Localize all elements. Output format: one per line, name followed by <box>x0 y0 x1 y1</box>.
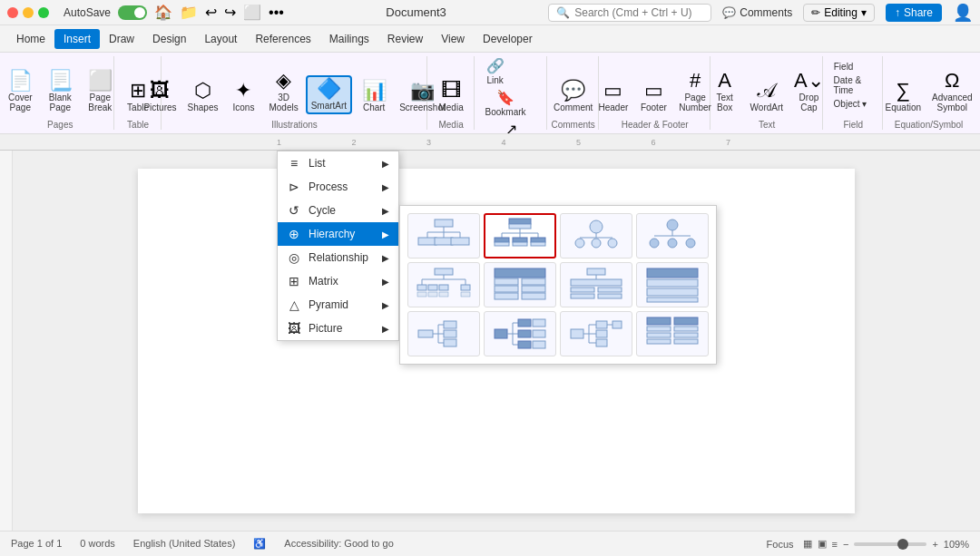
textbox-button[interactable]: A TextBox <box>707 69 743 114</box>
menu-item-pyramid[interactable]: △ Pyramid ▶ <box>278 293 398 317</box>
hierarchy-table[interactable] <box>560 262 632 307</box>
search-box[interactable]: 🔍 <box>548 4 711 22</box>
hierarchy-org-chart[interactable] <box>407 213 480 258</box>
zoom-in-button[interactable]: + <box>932 539 937 550</box>
editing-button[interactable]: ✏ Editing ▾ <box>803 4 875 22</box>
menu-draw[interactable]: Draw <box>100 29 143 49</box>
hierarchy-half-circle[interactable] <box>560 213 632 258</box>
save-icon[interactable]: 📁 <box>180 4 198 21</box>
maximize-button[interactable] <box>38 7 49 18</box>
zoom-slider[interactable] <box>854 542 926 546</box>
svg-point-26 <box>592 239 601 248</box>
menu-developer[interactable]: Developer <box>474 29 542 49</box>
smartart-menu: ≡ List ▶ ⊳ Process ▶ ↺ Cycle ▶ ⊕ Hierarc… <box>277 151 399 341</box>
search-input[interactable] <box>574 6 701 19</box>
hierarchy-horizontal-labeled[interactable] <box>484 311 556 356</box>
svg-rect-99 <box>647 333 671 337</box>
home-icon[interactable]: 🏠 <box>154 4 172 21</box>
layout-icon-3[interactable]: ≡ <box>832 539 838 550</box>
hierarchy-horizontal[interactable] <box>407 311 480 356</box>
svg-rect-97 <box>647 317 671 325</box>
menu-item-process[interactable]: ⊳ Process ▶ <box>278 175 398 199</box>
media-label: Media <box>438 102 463 112</box>
menu-item-matrix[interactable]: ⊞ Matrix ▶ <box>278 269 398 293</box>
hierarchy-list[interactable] <box>636 311 709 356</box>
menu-mailings[interactable]: Mailings <box>320 29 378 49</box>
minimize-button[interactable] <box>23 7 34 18</box>
svg-rect-103 <box>674 333 698 337</box>
pictures-button[interactable]: 🖼 Pictures <box>140 79 180 114</box>
profile-icon[interactable]: 👤 <box>953 3 973 23</box>
layout-icon-1[interactable]: ▦ <box>803 538 812 550</box>
hierarchy-hierarchy[interactable] <box>407 262 480 307</box>
menu-layout[interactable]: Layout <box>195 29 246 49</box>
advanced-symbol-button[interactable]: Ω AdvancedSymbol <box>928 69 975 114</box>
menu-item-hierarchy[interactable]: ⊕ Hierarchy ▶ <box>278 222 398 246</box>
chart-label: Chart <box>363 102 385 112</box>
share-button[interactable]: ↑ Share <box>886 4 942 22</box>
menu-references[interactable]: References <box>246 29 319 49</box>
pyramid-arrow-icon: ▶ <box>382 300 389 310</box>
menu-item-cycle[interactable]: ↺ Cycle ▶ <box>278 199 398 222</box>
zoom-slider-thumb <box>897 539 908 550</box>
blank-page-button[interactable]: 📃 BlankPage <box>42 69 78 114</box>
svg-rect-10 <box>509 224 531 229</box>
media-button[interactable]: 🎞 Media <box>433 79 469 114</box>
menu-insert[interactable]: Insert <box>54 29 100 49</box>
cross-reference-button[interactable]: ↗ Cross-reference <box>482 120 541 134</box>
hierarchy-name-title[interactable] <box>484 213 556 258</box>
header-button[interactable]: ▭ Header <box>595 79 632 114</box>
page-break-button[interactable]: ⬜ PageBreak <box>82 69 118 114</box>
chart-button[interactable]: 📊 Chart <box>356 79 392 114</box>
status-bar: Page 1 of 1 0 words English (United Stat… <box>0 531 980 556</box>
equation-button[interactable]: ∑ Equation <box>882 79 925 114</box>
menu-design[interactable]: Design <box>143 29 195 49</box>
wordart-button[interactable]: 𝒜 WordArt <box>747 79 788 114</box>
presentation-icon[interactable]: ⬜ <box>243 4 261 21</box>
dropcap-button[interactable]: A⌄ DropCap <box>790 69 828 114</box>
hierarchy-circle-picture[interactable] <box>636 213 709 258</box>
3d-models-button[interactable]: ◈ 3DModels <box>265 69 301 114</box>
undo-icon[interactable]: ↩ <box>205 4 217 21</box>
shapes-button[interactable]: ⬡ Shapes <box>184 79 222 114</box>
object-button[interactable]: Object ▾ <box>830 98 871 110</box>
focus-button[interactable]: Focus <box>767 539 794 550</box>
object-label: Object ▾ <box>834 99 867 109</box>
footer-button[interactable]: ▭ Footer <box>635 79 671 114</box>
svg-rect-34 <box>435 268 453 275</box>
menu-view[interactable]: View <box>432 29 474 49</box>
link-button[interactable]: 🔗 Link <box>482 56 509 86</box>
bookmark-button[interactable]: 🔖 Bookmark <box>482 88 530 118</box>
menu-item-relationship[interactable]: ◎ Relationship ▶ <box>278 246 398 269</box>
comments-button[interactable]: 💬 Comments <box>722 6 792 19</box>
ribbon-group-comments: 💬 Comment Comments <box>549 56 599 130</box>
hierarchy-architecture[interactable] <box>636 262 709 307</box>
page-break-icon: ⬜ <box>88 71 113 91</box>
autosave-toggle[interactable] <box>118 5 147 20</box>
window-controls <box>7 7 49 18</box>
redo-icon[interactable]: ↪ <box>224 4 236 21</box>
menu-item-list[interactable]: ≡ List ▶ <box>278 151 398 175</box>
date-time-button[interactable]: Date & Time <box>830 74 877 96</box>
svg-rect-47 <box>495 268 545 278</box>
hierarchy-labeled[interactable] <box>484 262 556 307</box>
svg-rect-92 <box>596 321 607 328</box>
cycle-menu-label: Cycle <box>309 204 336 217</box>
comment-button[interactable]: 💬 Comment <box>550 79 596 114</box>
content-area: ≡ List ▶ ⊳ Process ▶ ↺ Cycle ▶ ⊕ Hierarc… <box>0 151 980 531</box>
hierarchy-horizontal-org[interactable] <box>560 311 632 356</box>
field-button[interactable]: Field <box>830 61 858 73</box>
ribbon-group-pages: 📄 CoverPage 📃 BlankPage ⬜ PageBreak Page… <box>7 56 114 130</box>
more-icon[interactable]: ••• <box>269 5 284 21</box>
svg-rect-40 <box>428 285 437 290</box>
layout-icon-2[interactable]: ▣ <box>818 538 827 550</box>
close-button[interactable] <box>7 7 18 18</box>
menu-item-picture[interactable]: 🖼 Picture ▶ <box>278 317 398 340</box>
smartart-button[interactable]: 🔷 SmartArt <box>306 75 352 114</box>
icons-button[interactable]: ✦ Icons <box>225 79 261 114</box>
blank-page-label: BlankPage <box>49 93 72 112</box>
menu-home[interactable]: Home <box>7 29 54 49</box>
menu-review[interactable]: Review <box>378 29 432 49</box>
zoom-out-button[interactable]: − <box>843 539 848 550</box>
cover-page-button[interactable]: 📄 CoverPage <box>2 69 38 114</box>
